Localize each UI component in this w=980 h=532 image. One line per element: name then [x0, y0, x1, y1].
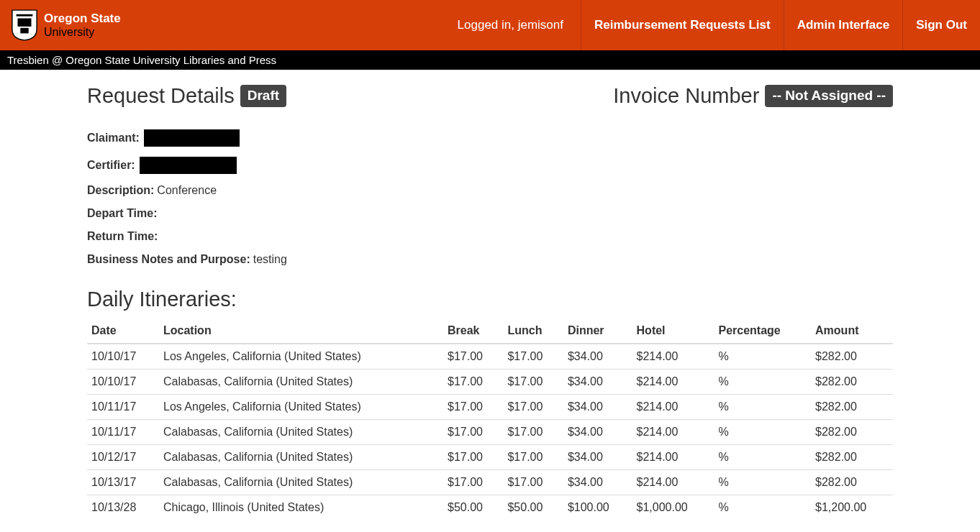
cell-location: Calabasas, California (United States)	[159, 470, 443, 495]
cell-break: $17.00	[443, 420, 503, 445]
table-row: 10/11/17Los Angeles, California (United …	[87, 395, 893, 420]
cell-percentage: %	[714, 420, 811, 445]
table-row: 10/12/17Calabasas, California (United St…	[87, 445, 893, 470]
logo-line2: University	[44, 26, 121, 39]
invoice-badge: -- Not Assigned --	[765, 85, 893, 107]
notes-value: testing	[253, 253, 287, 266]
cell-hotel: $214.00	[632, 395, 714, 420]
col-lunch: Lunch	[503, 318, 563, 344]
table-row: 10/11/17Calabasas, California (United St…	[87, 420, 893, 445]
cell-dinner: $100.00	[563, 495, 632, 520]
title-row: Request Details Draft Invoice Number -- …	[87, 84, 893, 108]
cell-hotel: $214.00	[632, 420, 714, 445]
cell-date: 10/13/28	[87, 495, 159, 520]
certifier-value-redacted	[140, 157, 237, 174]
cell-break: $17.00	[443, 370, 503, 395]
col-dinner: Dinner	[563, 318, 632, 344]
cell-break: $17.00	[443, 395, 503, 420]
cell-hotel: $214.00	[632, 370, 714, 395]
col-amount: Amount	[811, 318, 893, 344]
request-details-label: Request Details	[87, 84, 235, 108]
claimant-row: Claimant:	[87, 129, 893, 147]
osu-crest-icon	[11, 9, 38, 42]
description-label: Description:	[87, 184, 154, 197]
cell-percentage: %	[714, 470, 811, 495]
invoice-number-label: Invoice Number	[613, 84, 759, 108]
logo-line1: Oregon State	[44, 12, 121, 26]
table-row: 10/10/17Los Angeles, California (United …	[87, 344, 893, 370]
cell-amount: $282.00	[811, 370, 893, 395]
sub-header: Tresbien @ Oregon State University Libra…	[0, 50, 980, 70]
logged-in-text: Logged in, jemisonf	[440, 0, 581, 50]
table-row: 10/10/17Calabasas, California (United St…	[87, 370, 893, 395]
cell-dinner: $34.00	[563, 445, 632, 470]
svg-rect-2	[20, 28, 28, 34]
return-row: Return Time:	[87, 230, 893, 243]
cell-date: 10/10/17	[87, 370, 159, 395]
cell-percentage: %	[714, 445, 811, 470]
cell-percentage: %	[714, 370, 811, 395]
details-section: Claimant: Certifier: Description: Confer…	[87, 129, 893, 266]
cell-break: $17.00	[443, 470, 503, 495]
table-row: 10/13/17Calabasas, California (United St…	[87, 470, 893, 495]
cell-lunch: $17.00	[503, 395, 563, 420]
cell-amount: $282.00	[811, 445, 893, 470]
col-break: Break	[443, 318, 503, 344]
cell-date: 10/11/17	[87, 420, 159, 445]
cell-lunch: $17.00	[503, 370, 563, 395]
cell-location: Los Angeles, California (United States)	[159, 395, 443, 420]
cell-break: $50.00	[443, 495, 503, 520]
cell-break: $17.00	[443, 445, 503, 470]
nav-sign-out[interactable]: Sign Out	[902, 0, 980, 50]
certifier-label: Certifier:	[87, 159, 135, 172]
cell-dinner: $34.00	[563, 420, 632, 445]
cell-lunch: $17.00	[503, 445, 563, 470]
depart-row: Depart Time:	[87, 207, 893, 220]
description-value: Conference	[157, 184, 217, 197]
nav-admin-interface[interactable]: Admin Interface	[784, 0, 902, 50]
cell-amount: $282.00	[811, 344, 893, 370]
cell-lunch: $17.00	[503, 420, 563, 445]
col-date: Date	[87, 318, 159, 344]
cell-amount: $282.00	[811, 470, 893, 495]
cell-hotel: $214.00	[632, 344, 714, 370]
cell-lunch: $50.00	[503, 495, 563, 520]
top-header: Oregon State University Logged in, jemis…	[0, 0, 980, 50]
cell-dinner: $34.00	[563, 344, 632, 370]
nav-requests-list[interactable]: Reimbursement Requests List	[581, 0, 784, 50]
logo[interactable]: Oregon State University	[11, 9, 121, 42]
nav-right: Logged in, jemisonf Reimbursement Reques…	[440, 0, 980, 50]
cell-location: Chicago, Illinois (United States)	[159, 495, 443, 520]
cell-date: 10/13/17	[87, 470, 159, 495]
cell-location: Los Angeles, California (United States)	[159, 344, 443, 370]
table-header-row: Date Location Break Lunch Dinner Hotel P…	[87, 318, 893, 344]
svg-rect-0	[17, 14, 33, 17]
cell-percentage: %	[714, 395, 811, 420]
table-row: 10/13/28Chicago, Illinois (United States…	[87, 495, 893, 520]
cell-location: Calabasas, California (United States)	[159, 445, 443, 470]
cell-hotel: $214.00	[632, 470, 714, 495]
cell-lunch: $17.00	[503, 344, 563, 370]
logo-text: Oregon State University	[44, 12, 121, 38]
cell-amount: $282.00	[811, 395, 893, 420]
cell-percentage: %	[714, 344, 811, 370]
depart-label: Depart Time:	[87, 207, 158, 220]
cell-dinner: $34.00	[563, 395, 632, 420]
itineraries-heading: Daily Itineraries:	[87, 288, 893, 311]
cell-hotel: $1,000.00	[632, 495, 714, 520]
invoice-number-title: Invoice Number -- Not Assigned --	[613, 84, 893, 108]
cell-hotel: $214.00	[632, 445, 714, 470]
svg-rect-1	[18, 19, 32, 27]
cell-date: 10/10/17	[87, 344, 159, 370]
cell-location: Calabasas, California (United States)	[159, 370, 443, 395]
col-hotel: Hotel	[632, 318, 714, 344]
cell-date: 10/12/17	[87, 445, 159, 470]
request-details-title: Request Details Draft	[87, 84, 286, 108]
cell-amount: $282.00	[811, 420, 893, 445]
notes-row: Business Notes and Purpose: testing	[87, 253, 893, 266]
cell-lunch: $17.00	[503, 470, 563, 495]
cell-dinner: $34.00	[563, 470, 632, 495]
claimant-value-redacted	[144, 129, 240, 147]
return-label: Return Time:	[87, 230, 158, 243]
status-badge: Draft	[240, 85, 286, 107]
